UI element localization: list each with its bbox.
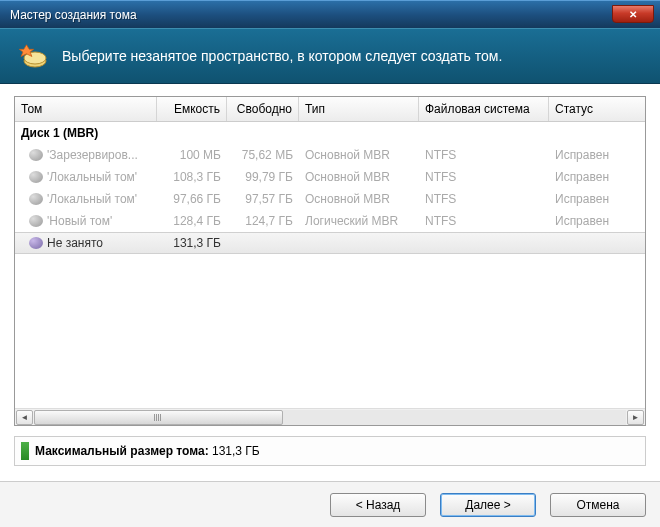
disk-icon — [29, 215, 43, 227]
horizontal-scrollbar[interactable]: ◄ ► — [15, 408, 645, 425]
max-size-bar: Максимальный размер тома: 131,3 ГБ — [14, 436, 646, 466]
row-name: 'Новый том' — [47, 214, 112, 228]
col-header-capacity[interactable]: Емкость — [157, 97, 227, 121]
max-size-label: Максимальный размер тома: — [35, 444, 209, 458]
volume-table: Том Емкость Свободно Тип Файловая систем… — [14, 96, 646, 426]
disk-icon — [29, 149, 43, 161]
next-button[interactable]: Далее > — [440, 493, 536, 517]
close-icon: ✕ — [629, 9, 637, 20]
disk-icon — [29, 193, 43, 205]
scroll-right-icon[interactable]: ► — [627, 410, 644, 425]
row-type: Основной MBR — [299, 148, 419, 162]
row-capacity: 97,66 ГБ — [157, 192, 227, 206]
footer: < Назад Далее > Отмена — [0, 481, 660, 527]
col-header-type[interactable]: Тип — [299, 97, 419, 121]
col-header-name[interactable]: Том — [15, 97, 157, 121]
disk-icon — [29, 171, 43, 183]
cancel-button[interactable]: Отмена — [550, 493, 646, 517]
table-row[interactable]: 'Зарезервиров...100 МБ75,62 МБОсновной M… — [15, 144, 645, 166]
col-header-status[interactable]: Статус — [549, 97, 645, 121]
row-fs: NTFS — [419, 148, 549, 162]
scroll-track[interactable] — [34, 410, 626, 425]
row-type: Основной MBR — [299, 192, 419, 206]
banner-text: Выберите незанятое пространство, в котор… — [62, 48, 502, 64]
row-capacity: 100 МБ — [157, 148, 227, 162]
table-row[interactable]: 'Локальный том'108,3 ГБ99,79 ГБОсновной … — [15, 166, 645, 188]
close-button[interactable]: ✕ — [612, 5, 654, 23]
banner: Выберите незанятое пространство, в котор… — [0, 28, 660, 84]
size-indicator-icon — [21, 442, 29, 460]
row-status: Исправен — [549, 192, 645, 206]
row-free: 99,79 ГБ — [227, 170, 299, 184]
row-status: Исправен — [549, 170, 645, 184]
scroll-left-icon[interactable]: ◄ — [16, 410, 33, 425]
row-type: Основной MBR — [299, 170, 419, 184]
row-type: Логический MBR — [299, 214, 419, 228]
scroll-thumb[interactable] — [34, 410, 283, 425]
row-free: 97,57 ГБ — [227, 192, 299, 206]
row-capacity: 108,3 ГБ — [157, 170, 227, 184]
row-capacity: 128,4 ГБ — [157, 214, 227, 228]
table-row[interactable]: Не занято131,3 ГБ — [15, 232, 645, 254]
row-free: 75,62 МБ — [227, 148, 299, 162]
row-status: Исправен — [549, 148, 645, 162]
row-free: 124,7 ГБ — [227, 214, 299, 228]
row-name: 'Локальный том' — [47, 170, 137, 184]
wizard-icon — [18, 43, 48, 69]
table-body: Диск 1 (MBR) 'Зарезервиров...100 МБ75,62… — [15, 122, 645, 408]
table-row[interactable]: 'Новый том'128,4 ГБ124,7 ГБЛогический MB… — [15, 210, 645, 232]
table-header: Том Емкость Свободно Тип Файловая систем… — [15, 97, 645, 122]
back-button[interactable]: < Назад — [330, 493, 426, 517]
col-header-free[interactable]: Свободно — [227, 97, 299, 121]
row-fs: NTFS — [419, 170, 549, 184]
col-header-filesystem[interactable]: Файловая система — [419, 97, 549, 121]
table-row[interactable]: 'Локальный том'97,66 ГБ97,57 ГБОсновной … — [15, 188, 645, 210]
row-fs: NTFS — [419, 214, 549, 228]
disk-icon — [29, 237, 43, 249]
content-area: Том Емкость Свободно Тип Файловая систем… — [0, 84, 660, 474]
max-size-value: 131,3 ГБ — [212, 444, 260, 458]
row-name: 'Локальный том' — [47, 192, 137, 206]
row-status: Исправен — [549, 214, 645, 228]
window-title: Мастер создания тома — [10, 8, 137, 22]
row-fs: NTFS — [419, 192, 549, 206]
row-name: Не занято — [47, 236, 103, 250]
row-name: 'Зарезервиров... — [47, 148, 138, 162]
row-capacity: 131,3 ГБ — [157, 236, 227, 250]
disk-group-label: Диск 1 (MBR) — [15, 122, 645, 144]
titlebar: Мастер создания тома ✕ — [0, 0, 660, 28]
